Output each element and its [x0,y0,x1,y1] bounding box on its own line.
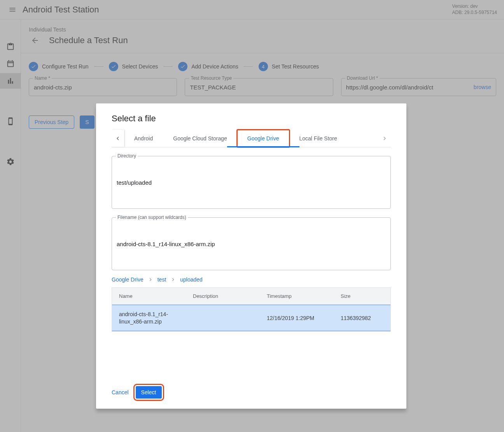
filename-input[interactable] [117,241,386,247]
tab-label: Google Cloud Storage [173,135,227,142]
tab-scroll-right[interactable] [378,130,391,147]
modal-actions: Cancel Select [112,384,391,403]
table-row[interactable]: android-cts-8.1_r14-linux_x86-arm.zip 12… [112,304,390,331]
tab-label: Android [134,135,153,142]
tab-scroll-left[interactable] [112,130,124,147]
col-size: Size [341,293,383,299]
tab-local-file-store[interactable]: Local File Store [289,130,347,147]
file-table: Name Description Timestamp Size android-… [112,287,391,331]
tab-gcs[interactable]: Google Cloud Storage [163,130,237,147]
cell-timestamp: 12/16/2019 1:29PM [267,315,341,321]
chevron-left-icon [114,135,121,142]
modal-title: Select a file [112,114,391,124]
chevron-right-icon [147,276,154,283]
cell-size: 1136392982 [341,315,383,321]
tab-google-drive[interactable]: Google Drive [237,130,289,147]
col-description: Description [193,293,267,299]
cancel-button[interactable]: Cancel [112,389,129,395]
tab-android[interactable]: Android [124,130,163,147]
tab-label: Google Drive [247,135,279,142]
col-name: Name [119,293,193,299]
table-header: Name Description Timestamp Size [112,288,390,304]
cell-name: android-cts-8.1_r14-linux_x86-arm.zip [119,311,193,325]
col-timestamp: Timestamp [267,293,341,299]
tab-label: Local File Store [299,135,337,142]
file-picker-modal: Select a file Android Google Cloud Stora… [96,103,406,409]
crumb-test[interactable]: test [158,276,166,283]
filename-label: Filename (can support wildcards) [116,215,188,220]
directory-label: Directory [116,153,138,159]
tabstrip: Android Google Cloud Storage Google Driv… [112,130,391,147]
crumb-root[interactable]: Google Drive [112,276,144,283]
directory-input[interactable] [117,179,386,186]
select-button[interactable]: Select [136,386,162,399]
filename-field[interactable]: Filename (can support wildcards) [112,217,391,270]
chevron-right-icon [381,135,388,142]
directory-field[interactable]: Directory [112,156,391,209]
chevron-right-icon [170,276,176,283]
crumb-uploaded[interactable]: uploaded [180,276,203,283]
path-breadcrumbs: Google Drive test uploaded [112,276,391,283]
